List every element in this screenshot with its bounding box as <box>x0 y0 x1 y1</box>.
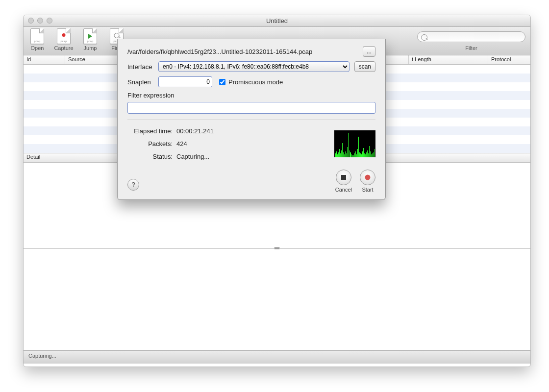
stop-icon <box>341 175 346 180</box>
pcap-badge: pcap <box>84 40 97 43</box>
status-value: Capturing... <box>176 150 214 163</box>
cancel-label: Cancel <box>335 187 352 193</box>
activity-sparkline <box>334 130 375 157</box>
splitter-handle[interactable] <box>274 247 279 249</box>
capture-sheet: /var/folders/fk/qbhlwcd15rg2f23...Untitl… <box>117 39 386 200</box>
record-icon <box>62 33 66 37</box>
status-label: Status: <box>127 150 173 163</box>
capture-path: /var/folders/fk/qbhlwcd15rg2f23...Untitl… <box>127 48 359 55</box>
promiscuous-checkbox[interactable] <box>219 79 225 85</box>
browse-path-button[interactable]: ... <box>363 46 375 57</box>
window-title: Untitled <box>24 15 530 26</box>
filter-search-input[interactable] <box>417 31 525 42</box>
filter-expression-label: Filter expression <box>127 92 375 99</box>
cancel-capture-button[interactable]: Cancel <box>335 170 352 193</box>
statusbar: Capturing... <box>24 350 530 364</box>
elapsed-value: 00:00:21.241 <box>176 125 214 138</box>
separator <box>127 120 375 120</box>
col-id[interactable]: Id <box>24 55 65 64</box>
help-button[interactable]: ? <box>127 179 139 191</box>
packets-value: 424 <box>176 138 214 150</box>
minimize-window-button[interactable] <box>37 18 43 24</box>
pcap-badge: pcap <box>31 40 44 43</box>
hex-panel-body[interactable] <box>24 249 530 350</box>
jump-arrow-icon <box>88 34 92 39</box>
open-button[interactable]: pcap Open <box>26 28 48 51</box>
magnify-icon <box>114 33 120 38</box>
packets-label: Packets: <box>127 138 173 150</box>
open-label: Open <box>31 45 44 51</box>
jump-label: Jump <box>84 45 97 51</box>
interface-label: Interface <box>127 63 158 71</box>
filter-caption: Filter <box>417 45 525 51</box>
titlebar: Untitled <box>24 15 530 27</box>
snaplen-input[interactable] <box>158 76 212 87</box>
record-icon <box>365 175 371 180</box>
pcap-badge: pcap <box>57 40 70 43</box>
snaplen-label: Snaplen <box>127 78 158 86</box>
start-capture-button[interactable]: Start <box>360 170 375 193</box>
capture-button[interactable]: pcap Capture <box>53 28 75 51</box>
close-window-button[interactable] <box>28 18 34 24</box>
col-protocol[interactable]: Protocol <box>488 55 530 64</box>
statusbar-text: Capturing... <box>28 353 56 359</box>
capture-label: Capture <box>54 45 73 51</box>
traffic-lights <box>28 18 52 24</box>
elapsed-label: Elapsed time: <box>127 125 173 138</box>
search-icon <box>421 34 427 41</box>
zoom-window-button[interactable] <box>47 18 52 24</box>
jump-button[interactable]: pcap Jump <box>79 28 101 51</box>
filter-expression-input[interactable] <box>127 102 375 114</box>
promiscuous-label: Promiscuous mode <box>228 78 283 86</box>
col-length[interactable]: t Length <box>409 55 488 64</box>
interface-select[interactable]: en0 - IPv4: 192.168.8.1, IPv6: fe80::ea0… <box>158 61 349 72</box>
start-label: Start <box>362 187 373 193</box>
scan-button[interactable]: scan <box>354 61 375 72</box>
